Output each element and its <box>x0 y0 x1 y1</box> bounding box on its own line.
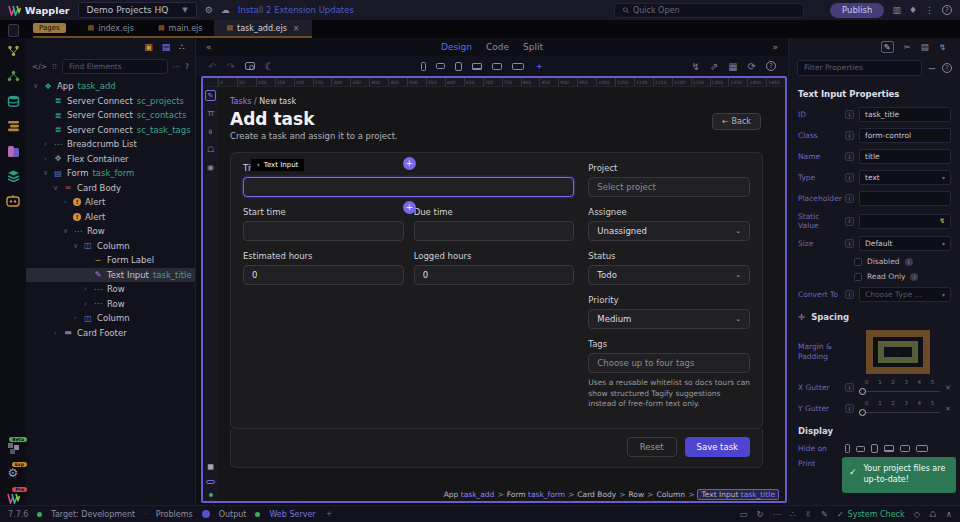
estimated-hours-input[interactable]: 0 <box>243 265 404 285</box>
panel-toggle-icon[interactable]: ▥ <box>892 5 901 15</box>
database-manager-icon[interactable] <box>5 94 21 108</box>
hide-laptop-icon[interactable] <box>884 445 894 452</box>
project-select[interactable]: Select project <box>588 177 750 197</box>
viewport-pill-icon[interactable] <box>206 480 215 484</box>
node-tree-icon[interactable] <box>5 69 21 83</box>
slider-handle[interactable] <box>859 409 866 416</box>
experimental-settings-icon[interactable]: ⚙ Exp <box>5 466 21 480</box>
expand-closed-icon[interactable]: › <box>42 155 49 163</box>
insert-after-button[interactable]: + <box>403 201 416 214</box>
thumbs-up-icon[interactable]: ✌ <box>805 509 812 519</box>
expand-closed-icon[interactable]: › <box>52 329 59 337</box>
path-segment-card-body[interactable]: Card Body <box>577 490 616 499</box>
insert-before-button[interactable]: + <box>403 157 416 170</box>
system-check[interactable]: ✓ System Check <box>837 510 905 519</box>
priority-select[interactable]: Medium⌄ <box>588 309 750 329</box>
actions-bolt-icon[interactable]: ↯ <box>691 61 699 72</box>
expand-open-icon[interactable]: ∨ <box>72 242 79 250</box>
tab-design[interactable]: Design <box>441 42 472 52</box>
clean-icon[interactable]: ◇ <box>914 509 921 519</box>
expand-closed-icon[interactable]: › <box>82 300 89 308</box>
tree-item-row[interactable]: ›⋯Row <box>26 297 195 312</box>
status-select[interactable]: Todo⌄ <box>588 265 750 285</box>
draw-icon[interactable]: ✎ <box>821 509 828 519</box>
server-connect-icon[interactable] <box>5 119 21 133</box>
back-button[interactable]: ← Back <box>712 113 761 130</box>
box-model-diagram[interactable]: - <box>845 330 951 374</box>
minimize-icon[interactable]: – <box>928 58 936 77</box>
device-laptop-icon[interactable] <box>472 63 482 70</box>
hide-tv-icon[interactable] <box>916 445 928 452</box>
properties-tab-icon[interactable]: ✎ <box>881 41 894 53</box>
tree-item-server-connect[interactable]: ≣Server Connectsc_projects <box>26 94 195 109</box>
project-selector[interactable]: Demo Projects HQ ▼ <box>78 2 197 18</box>
path-segment-text-input[interactable]: Text Input task_title <box>697 489 779 500</box>
tree-item-alert[interactable]: !Alert <box>26 210 195 225</box>
beta-features-icon[interactable]: Beta <box>5 441 21 455</box>
grid-view-icon[interactable]: ▦ <box>728 61 737 72</box>
output-label[interactable]: Output <box>219 510 247 519</box>
link-icon[interactable]: ∞ <box>206 128 215 135</box>
tree-item-column[interactable]: ∨◫Column <box>26 239 195 254</box>
tree-item-server-connect[interactable]: ≣Server Connectsc_contacts <box>26 108 195 123</box>
add-icon[interactable]: ＋ <box>325 508 334 520</box>
expand-closed-icon[interactable]: › <box>72 314 79 322</box>
tree-item-card-footer[interactable]: ›▬Card Footer <box>26 326 195 341</box>
screenshot-icon[interactable] <box>245 62 255 70</box>
tree-item-breadcrumb-list[interactable]: ›⋯Breadcrumb List <box>26 137 195 152</box>
redo-icon[interactable]: ↷ <box>226 61 234 72</box>
help-icon[interactable]: ? <box>185 62 189 71</box>
problems-label[interactable]: Problems <box>156 510 193 519</box>
install-updates-link[interactable]: Install 2 Extension Updates <box>238 5 354 15</box>
pages-badge[interactable]: Pages <box>33 23 66 33</box>
type-select[interactable]: text▾ <box>859 170 951 185</box>
theme-droplet-icon[interactable]: ♦ <box>909 5 917 15</box>
page-doc-icon[interactable]: ▤ <box>162 42 171 52</box>
help-icon[interactable]: ? <box>766 61 776 71</box>
margin-box[interactable]: - <box>866 330 930 374</box>
tab-task-add-ejs[interactable]: ▤ task_add.ejs × <box>214 20 311 36</box>
disabled-checkbox-row[interactable]: Disabled i <box>854 257 951 266</box>
target-label[interactable]: Target: Development <box>51 510 135 519</box>
web-server-label[interactable]: Web Server <box>269 510 315 519</box>
export-icon[interactable]: ⇗ <box>710 61 718 72</box>
assignee-select[interactable]: Unassigned⌄ <box>588 221 750 241</box>
help-icon[interactable]: ? <box>942 5 952 15</box>
tree-item-card-body[interactable]: ∨≡Card Body <box>26 181 195 196</box>
workflows-icon[interactable] <box>5 44 21 58</box>
clear-icon[interactable]: ✕ <box>945 384 951 392</box>
update-toast[interactable]: ✓ Your project files are up-to-date! <box>842 457 956 493</box>
tree-item-row[interactable]: ∨⋯Row <box>26 224 195 239</box>
tags-input[interactable]: Choose up to four tags <box>588 353 750 373</box>
readonly-checkbox[interactable] <box>854 273 862 281</box>
tree-item-row[interactable]: ›⋯Row <box>26 282 195 297</box>
tree-item-app[interactable]: ∨❖Apptask_add <box>26 79 195 94</box>
edit-mode-icon[interactable]: ✎ <box>205 90 216 101</box>
responsive-resize-icon[interactable]: ＋ <box>534 59 544 73</box>
code-brackets-icon[interactable]: </> <box>32 62 47 71</box>
save-task-button[interactable]: Save task <box>685 437 750 457</box>
expand-open-icon[interactable]: ∨ <box>32 82 39 90</box>
path-segment-form[interactable]: Form task_form <box>507 490 565 499</box>
tree-item-form[interactable]: ∨▤Formtask_form <box>26 166 195 181</box>
tab-index-ejs[interactable]: ▤ index.ejs <box>76 20 146 36</box>
share-nodes-icon[interactable]: ∴ <box>790 509 795 519</box>
expand-open-icon[interactable]: ∨ <box>62 227 69 235</box>
path-segment-app[interactable]: App task_add <box>444 490 495 499</box>
layers-icon[interactable] <box>5 169 21 183</box>
tab-code[interactable]: Code <box>486 42 509 52</box>
expand-closed-icon[interactable]: › <box>62 198 69 206</box>
ai-assistant-icon[interactable]: ▣ <box>144 42 153 52</box>
pages-panel-icon[interactable] <box>8 24 19 37</box>
size-select[interactable]: Default▾ <box>859 236 951 251</box>
publish-button[interactable]: Publish <box>830 3 884 18</box>
static-value-input[interactable]: ↯ <box>859 214 951 229</box>
path-segment-row[interactable]: Row <box>628 490 644 499</box>
design-palette-icon[interactable] <box>5 144 21 158</box>
expand-closed-icon[interactable]: › <box>82 285 89 293</box>
hide-phone-icon[interactable] <box>845 444 850 453</box>
hide-phone-landscape-icon[interactable] <box>856 446 865 452</box>
disabled-checkbox[interactable] <box>854 258 862 266</box>
collapse-right-icon[interactable]: » <box>772 42 778 52</box>
id-input[interactable]: task_title <box>859 107 951 122</box>
